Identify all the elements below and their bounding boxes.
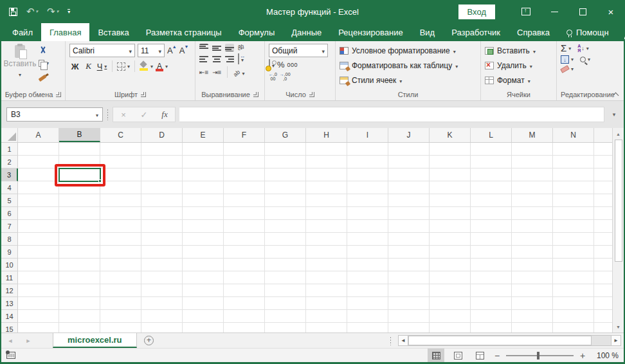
tab-данные[interactable]: Данные — [283, 23, 330, 41]
cell-G8[interactable] — [265, 233, 306, 246]
sheet-tab-active[interactable]: microexcel.ru — [53, 333, 137, 348]
cell-I13[interactable] — [347, 297, 388, 310]
cell-M4[interactable] — [512, 181, 553, 194]
cell-L3[interactable] — [471, 168, 512, 181]
cell-partial[interactable] — [594, 220, 612, 233]
cell-H14[interactable] — [306, 310, 347, 323]
cell-G4[interactable] — [265, 181, 306, 194]
cell-C4[interactable] — [100, 181, 141, 194]
cell-K4[interactable] — [430, 181, 471, 194]
tab-формулы[interactable]: Формулы — [230, 23, 284, 41]
cell-A3[interactable] — [18, 168, 59, 181]
cell-M3[interactable] — [512, 168, 553, 181]
cell-I4[interactable] — [347, 181, 388, 194]
page-break-view-button[interactable] — [471, 349, 488, 362]
cell-N5[interactable] — [553, 194, 594, 207]
row-header-2[interactable]: 2 — [1, 156, 18, 168]
zoom-slider-thumb[interactable] — [537, 352, 539, 359]
cell-partial[interactable] — [594, 207, 612, 220]
cell-E6[interactable] — [183, 207, 224, 220]
scroll-up-icon[interactable]: ▲ — [613, 128, 624, 140]
cell-J5[interactable] — [388, 194, 430, 207]
cell-A4[interactable] — [18, 181, 59, 194]
cell-J12[interactable] — [388, 284, 430, 297]
cell-B5[interactable] — [59, 194, 100, 207]
dialog-launcher-icon[interactable] — [309, 92, 314, 97]
cell-N2[interactable] — [553, 156, 594, 168]
conditional-formatting-button[interactable]: Условное форматирование — [340, 44, 478, 57]
fill-color-button[interactable] — [140, 60, 153, 72]
cell-L4[interactable] — [471, 181, 512, 194]
cell-L10[interactable] — [471, 259, 512, 271]
dialog-launcher-icon[interactable] — [253, 92, 258, 97]
cell-I3[interactable] — [347, 168, 388, 181]
redo-button[interactable]: ↷▾ — [47, 6, 59, 17]
cell-H1[interactable] — [306, 143, 347, 156]
column-header-G[interactable]: G — [265, 128, 306, 142]
column-header-N[interactable]: N — [553, 128, 594, 142]
enter-button[interactable]: ✓ — [134, 110, 154, 120]
cell-D7[interactable] — [141, 220, 183, 233]
cell-F11[interactable] — [224, 271, 265, 284]
cell-E14[interactable] — [183, 310, 224, 323]
cell-H13[interactable] — [306, 297, 347, 310]
cell-L7[interactable] — [471, 220, 512, 233]
cell-A8[interactable] — [18, 233, 59, 246]
cell-G10[interactable] — [265, 259, 306, 271]
cell-B11[interactable] — [59, 271, 100, 284]
cell-E12[interactable] — [183, 284, 224, 297]
cell-A9[interactable] — [18, 246, 59, 259]
cell-J6[interactable] — [388, 207, 430, 220]
previous-sheet-button[interactable]: ◄ — [1, 333, 19, 348]
expand-formula-bar-button[interactable]: ▾ — [608, 111, 620, 118]
fill-button[interactable]: ↓ — [561, 55, 574, 64]
cell-B7[interactable] — [59, 220, 100, 233]
new-sheet-button[interactable]: + — [137, 333, 161, 348]
cell-J2[interactable] — [388, 156, 430, 168]
autosum-button[interactable]: Σ — [561, 44, 571, 53]
column-header-J[interactable]: J — [388, 128, 430, 142]
cell-D12[interactable] — [141, 284, 183, 297]
ribbon-display-options-button[interactable] — [512, 0, 540, 23]
cell-L9[interactable] — [471, 246, 512, 259]
row-header-7[interactable]: 7 — [1, 220, 18, 233]
cell-G11[interactable] — [265, 271, 306, 284]
cell-G15[interactable] — [265, 323, 306, 332]
cell-A7[interactable] — [18, 220, 59, 233]
row-header-8[interactable]: 8 — [1, 233, 18, 246]
cell-L1[interactable] — [471, 143, 512, 156]
cell-L12[interactable] — [471, 284, 512, 297]
cell-F14[interactable] — [224, 310, 265, 323]
separator-dots[interactable] — [107, 109, 109, 120]
cell-partial[interactable] — [594, 271, 612, 284]
cell-B13[interactable] — [59, 297, 100, 310]
cell-L14[interactable] — [471, 310, 512, 323]
cell-B15[interactable] — [59, 323, 100, 332]
cell-I7[interactable] — [347, 220, 388, 233]
cell-D10[interactable] — [141, 259, 183, 271]
cell-I8[interactable] — [347, 233, 388, 246]
column-header-H[interactable]: H — [306, 128, 347, 142]
increase-indent-button[interactable]: ⇥≡ — [212, 69, 221, 76]
cell-K3[interactable] — [430, 168, 471, 181]
cell-A1[interactable] — [18, 143, 59, 156]
cell-E9[interactable] — [183, 246, 224, 259]
font-size-select[interactable]: 11 — [138, 44, 165, 57]
align-top-button[interactable] — [199, 44, 208, 51]
italic-button[interactable]: К — [83, 60, 94, 72]
cell-A12[interactable] — [18, 284, 59, 297]
cell-E2[interactable] — [183, 156, 224, 168]
align-right-button[interactable] — [225, 55, 234, 63]
cell-L2[interactable] — [471, 156, 512, 168]
cell-partial[interactable] — [594, 168, 612, 181]
formula-input[interactable] — [179, 107, 604, 122]
macro-record-icon[interactable] — [6, 352, 15, 359]
row-header-6[interactable]: 6 — [1, 207, 18, 220]
cell-G12[interactable] — [265, 284, 306, 297]
cell-G9[interactable] — [265, 246, 306, 259]
cell-F6[interactable] — [224, 207, 265, 220]
cell-K14[interactable] — [430, 310, 471, 323]
cell-N13[interactable] — [553, 297, 594, 310]
cell-F15[interactable] — [224, 323, 265, 332]
tab-разработчик[interactable]: Разработчик — [443, 23, 509, 41]
